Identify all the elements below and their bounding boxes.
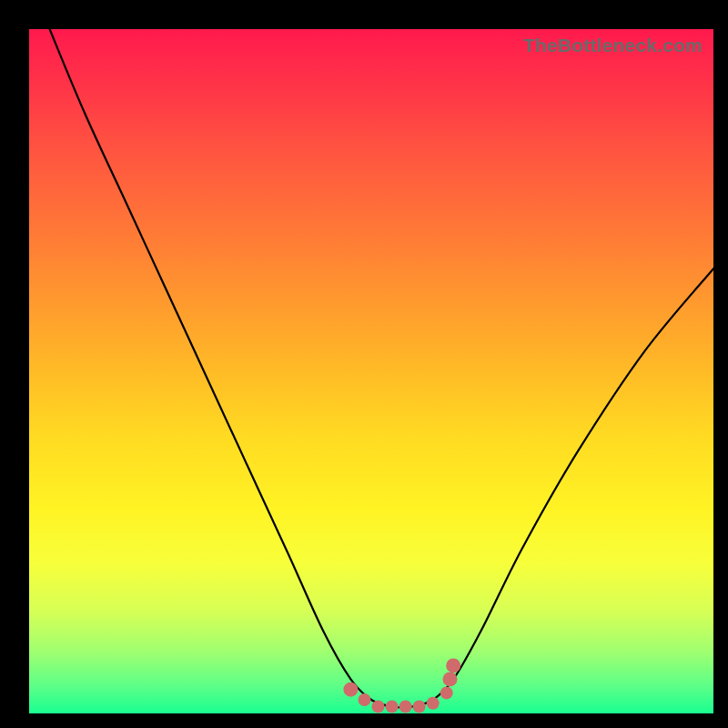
highlight-dot — [446, 658, 460, 672]
bottleneck-curve — [50, 29, 713, 707]
highlight-dot — [440, 686, 453, 699]
highlight-dot — [399, 701, 412, 713]
highlight-dot — [372, 701, 385, 713]
highlight-dot — [427, 697, 440, 710]
highlight-dot — [343, 682, 358, 697]
highlight-dot — [386, 701, 399, 713]
bottleneck-curve-svg — [29, 29, 713, 713]
highlight-dot — [443, 672, 458, 686]
highlight-dot — [359, 693, 371, 706]
highlight-dot — [413, 701, 426, 713]
chart-frame: TheBottleneck.com — [0, 0, 728, 728]
highlight-markers — [343, 658, 460, 713]
plot-area: TheBottleneck.com — [29, 29, 713, 713]
